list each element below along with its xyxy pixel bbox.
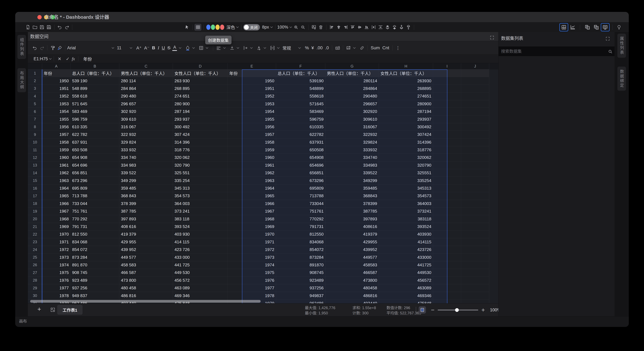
percent-button[interactable]: % <box>304 45 310 51</box>
cell[interactable]: 1974 <box>228 261 276 269</box>
chevron-down-icon[interactable] <box>250 46 253 49</box>
chevron-down-icon[interactable] <box>206 46 208 49</box>
cell[interactable] <box>433 70 461 77</box>
horizontal-scrollbar[interactable] <box>30 300 261 303</box>
cell[interactable]: 1966 <box>42 200 70 208</box>
column-header-F[interactable]: F <box>276 63 325 70</box>
cell[interactable]: 1958 <box>228 139 276 146</box>
cell[interactable]: 1959 <box>42 146 70 154</box>
zoom-slider[interactable] <box>438 310 478 310</box>
cell[interactable]: 558 618 <box>70 92 119 100</box>
cell[interactable] <box>461 146 489 154</box>
align-center-h-icon[interactable] <box>335 24 342 31</box>
cell[interactable]: 791731 <box>276 223 325 230</box>
cell[interactable]: 1967 <box>42 208 70 215</box>
cell[interactable]: 456 572 <box>173 277 228 284</box>
cell[interactable] <box>433 238 461 246</box>
format-painter-icon[interactable] <box>49 44 56 51</box>
cell[interactable]: 320 790 <box>173 162 228 169</box>
cell[interactable]: 年份 <box>42 70 70 77</box>
cell[interactable]: 349299 <box>325 177 379 184</box>
zoom-out-button[interactable]: − <box>430 307 436 313</box>
cell[interactable]: 622782 <box>276 131 325 138</box>
cell[interactable]: 1955 <box>228 115 276 123</box>
row-header[interactable]: 12 <box>28 154 42 161</box>
cell[interactable]: 449 577 <box>119 253 173 261</box>
layer-forward-icon[interactable] <box>384 24 391 31</box>
cell[interactable]: 486816 <box>325 292 379 299</box>
cell[interactable]: 280 114 <box>119 77 173 85</box>
cell[interactable]: 650508 <box>276 146 325 154</box>
font-family-select[interactable]: Arial <box>67 46 115 51</box>
row-header[interactable]: 21 <box>28 223 42 230</box>
dataset-search-input[interactable] <box>498 49 607 54</box>
cell[interactable] <box>433 185 461 192</box>
column-header-G[interactable]: G <box>325 63 379 70</box>
cell[interactable]: 307424 <box>379 131 433 138</box>
cell[interactable]: 387785 <box>325 208 379 215</box>
chevron-down-icon[interactable] <box>298 46 301 49</box>
sum-button[interactable]: Sum <box>370 45 381 51</box>
cell[interactable]: 368843 <box>325 192 379 200</box>
cell[interactable]: 1973 <box>42 253 70 261</box>
row-header[interactable]: 27 <box>28 269 42 276</box>
cell[interactable]: 1951 <box>228 85 276 92</box>
row-header[interactable]: 22 <box>28 230 42 238</box>
cell[interactable] <box>461 185 489 192</box>
cell[interactable]: 280 900 <box>173 100 228 108</box>
cell[interactable]: 403930 <box>379 230 433 238</box>
cell[interactable]: 373241 <box>379 208 433 215</box>
cell[interactable]: 318776 <box>379 146 433 154</box>
cell[interactable]: 309 610 <box>119 115 173 123</box>
zoom-slider-thumb[interactable] <box>455 308 459 312</box>
cell[interactable]: 650 508 <box>70 146 119 154</box>
cell[interactable] <box>433 284 461 292</box>
redo-icon[interactable] <box>38 44 45 51</box>
cell[interactable] <box>433 100 461 108</box>
decimal-increase-button[interactable]: .00 <box>315 45 324 51</box>
cell[interactable] <box>433 131 461 138</box>
cell[interactable]: 293937 <box>379 115 433 123</box>
cell[interactable]: 302 920 <box>119 108 173 115</box>
chevron-down-icon[interactable] <box>223 46 226 49</box>
cell[interactable] <box>461 261 489 269</box>
cell[interactable]: 923 489 <box>70 277 119 284</box>
layer-backward-icon[interactable] <box>391 24 398 31</box>
cell[interactable]: 378 399 <box>119 200 173 208</box>
cell[interactable]: 354 573 <box>173 192 228 200</box>
cell[interactable] <box>433 253 461 261</box>
cell[interactable] <box>433 230 461 238</box>
cell[interactable]: 1957 <box>42 131 70 138</box>
lightbulb-icon[interactable] <box>616 24 622 31</box>
row-header[interactable]: 1 <box>28 70 42 77</box>
cell[interactable]: 1971 <box>228 238 276 246</box>
row-header[interactable]: 16 <box>28 185 42 192</box>
cell[interactable]: 1958 <box>42 139 70 146</box>
cell[interactable] <box>433 208 461 215</box>
number-format-select[interactable]: 常规 <box>282 45 302 51</box>
cell[interactable]: 335 254 <box>173 177 228 184</box>
row-header[interactable]: 11 <box>28 146 42 154</box>
cell[interactable]: 263930 <box>379 77 433 85</box>
insert-image-icon[interactable] <box>345 44 352 51</box>
font-size-select[interactable]: 11 <box>117 46 133 51</box>
cell[interactable]: 571645 <box>276 100 325 108</box>
cell[interactable]: 296657 <box>325 100 379 108</box>
fill-color-icon[interactable] <box>184 44 191 51</box>
cell[interactable]: 656 851 <box>70 169 119 177</box>
chevron-down-icon[interactable] <box>270 26 273 28</box>
cell[interactable]: 439 952 <box>119 246 173 253</box>
tab-property-list[interactable]: 属性列表 <box>618 34 626 58</box>
cell[interactable] <box>433 223 461 230</box>
count-button[interactable]: Cnt <box>381 45 390 51</box>
cell[interactable]: 480 458 <box>119 284 173 292</box>
cell[interactable]: 733 044 <box>70 200 119 208</box>
grid-visibility-toggle[interactable] <box>419 306 426 313</box>
cell[interactable]: 女性人口（单位：千人） <box>379 70 433 77</box>
cell[interactable]: 1957 <box>228 131 276 138</box>
cell[interactable] <box>461 123 489 131</box>
cell[interactable]: 年份 <box>228 70 276 77</box>
cell[interactable]: 469 346 <box>173 292 228 299</box>
cell[interactable]: 314 396 <box>173 139 228 146</box>
cell[interactable]: 总人口（单位：千人） <box>276 70 325 77</box>
